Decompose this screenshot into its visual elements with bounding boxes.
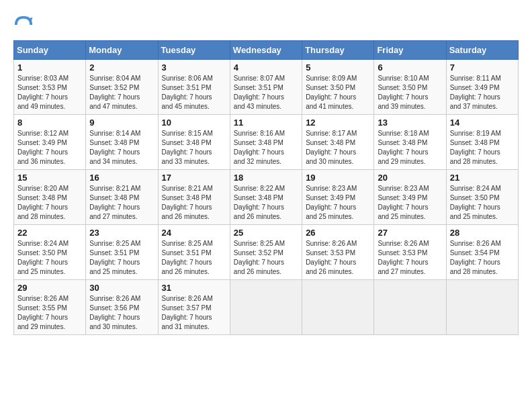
day-number: 13 bbox=[378, 118, 442, 128]
day-number: 27 bbox=[378, 228, 442, 238]
day-number: 14 bbox=[450, 118, 515, 128]
day-info: Sunrise: 8:04 AM Sunset: 3:52 PM Dayligh… bbox=[89, 74, 154, 111]
day-number: 8 bbox=[17, 118, 82, 128]
calendar-cell: 6Sunrise: 8:10 AM Sunset: 3:50 PM Daylig… bbox=[374, 60, 446, 115]
day-info: Sunrise: 8:21 AM Sunset: 3:48 PM Dayligh… bbox=[89, 184, 154, 222]
day-number: 5 bbox=[306, 62, 370, 73]
day-info: Sunrise: 8:26 AM Sunset: 3:54 PM Dayligh… bbox=[450, 239, 515, 277]
calendar-cell: 3Sunrise: 8:06 AM Sunset: 3:51 PM Daylig… bbox=[158, 60, 230, 115]
day-info: Sunrise: 8:23 AM Sunset: 3:49 PM Dayligh… bbox=[306, 184, 370, 222]
day-info: Sunrise: 8:09 AM Sunset: 3:50 PM Dayligh… bbox=[306, 74, 370, 111]
calendar-cell: 8Sunrise: 8:12 AM Sunset: 3:49 PM Daylig… bbox=[14, 115, 86, 170]
day-number: 20 bbox=[378, 173, 442, 183]
day-info: Sunrise: 8:24 AM Sunset: 3:50 PM Dayligh… bbox=[17, 239, 82, 277]
calendar-cell: 15Sunrise: 8:20 AM Sunset: 3:48 PM Dayli… bbox=[14, 170, 86, 225]
header-row: SundayMondayTuesdayWednesdayThursdayFrid… bbox=[14, 41, 519, 60]
day-info: Sunrise: 8:26 AM Sunset: 3:56 PM Dayligh… bbox=[89, 294, 154, 332]
day-number: 23 bbox=[89, 228, 154, 238]
day-info: Sunrise: 8:26 AM Sunset: 3:57 PM Dayligh… bbox=[162, 294, 226, 332]
day-info: Sunrise: 8:26 AM Sunset: 3:55 PM Dayligh… bbox=[17, 294, 82, 332]
day-info: Sunrise: 8:21 AM Sunset: 3:48 PM Dayligh… bbox=[162, 184, 226, 222]
calendar-week-4: 22Sunrise: 8:24 AM Sunset: 3:50 PM Dayli… bbox=[14, 225, 519, 280]
day-number: 22 bbox=[17, 228, 82, 238]
day-number: 2 bbox=[89, 62, 154, 73]
day-info: Sunrise: 8:25 AM Sunset: 3:51 PM Dayligh… bbox=[89, 239, 154, 277]
day-info: Sunrise: 8:26 AM Sunset: 3:53 PM Dayligh… bbox=[306, 239, 370, 277]
calendar-cell: 30Sunrise: 8:26 AM Sunset: 3:56 PM Dayli… bbox=[86, 280, 158, 335]
calendar-body: 1Sunrise: 8:03 AM Sunset: 3:53 PM Daylig… bbox=[14, 60, 519, 335]
calendar-cell: 17Sunrise: 8:21 AM Sunset: 3:48 PM Dayli… bbox=[158, 170, 230, 225]
calendar-cell bbox=[374, 280, 446, 335]
calendar-cell bbox=[302, 280, 374, 335]
day-number: 21 bbox=[450, 173, 515, 183]
calendar-cell: 20Sunrise: 8:23 AM Sunset: 3:49 PM Dayli… bbox=[374, 170, 446, 225]
day-info: Sunrise: 8:10 AM Sunset: 3:50 PM Dayligh… bbox=[378, 74, 442, 111]
calendar-cell: 27Sunrise: 8:26 AM Sunset: 3:53 PM Dayli… bbox=[374, 225, 446, 280]
column-header-saturday: Saturday bbox=[446, 41, 518, 60]
calendar-cell: 28Sunrise: 8:26 AM Sunset: 3:54 PM Dayli… bbox=[446, 225, 518, 280]
day-number: 16 bbox=[89, 173, 154, 183]
calendar-cell: 1Sunrise: 8:03 AM Sunset: 3:53 PM Daylig… bbox=[14, 60, 86, 115]
calendar-cell: 19Sunrise: 8:23 AM Sunset: 3:49 PM Dayli… bbox=[302, 170, 374, 225]
calendar: SundayMondayTuesdayWednesdayThursdayFrid… bbox=[13, 40, 519, 335]
day-info: Sunrise: 8:24 AM Sunset: 3:50 PM Dayligh… bbox=[450, 184, 515, 222]
calendar-cell: 10Sunrise: 8:15 AM Sunset: 3:48 PM Dayli… bbox=[158, 115, 230, 170]
day-number: 24 bbox=[162, 228, 226, 238]
day-info: Sunrise: 8:18 AM Sunset: 3:48 PM Dayligh… bbox=[378, 129, 442, 167]
day-number: 25 bbox=[234, 228, 298, 238]
day-number: 28 bbox=[450, 228, 515, 238]
day-info: Sunrise: 8:11 AM Sunset: 3:49 PM Dayligh… bbox=[450, 74, 515, 111]
calendar-week-1: 1Sunrise: 8:03 AM Sunset: 3:53 PM Daylig… bbox=[14, 60, 519, 115]
calendar-cell: 13Sunrise: 8:18 AM Sunset: 3:48 PM Dayli… bbox=[374, 115, 446, 170]
column-header-thursday: Thursday bbox=[302, 41, 374, 60]
calendar-week-2: 8Sunrise: 8:12 AM Sunset: 3:49 PM Daylig… bbox=[14, 115, 519, 170]
day-info: Sunrise: 8:19 AM Sunset: 3:48 PM Dayligh… bbox=[450, 129, 515, 167]
day-number: 19 bbox=[306, 173, 370, 183]
calendar-cell: 7Sunrise: 8:11 AM Sunset: 3:49 PM Daylig… bbox=[446, 60, 518, 115]
day-number: 10 bbox=[162, 118, 226, 128]
day-number: 17 bbox=[162, 173, 226, 183]
day-info: Sunrise: 8:12 AM Sunset: 3:49 PM Dayligh… bbox=[17, 129, 82, 167]
calendar-week-3: 15Sunrise: 8:20 AM Sunset: 3:48 PM Dayli… bbox=[14, 170, 519, 225]
day-number: 3 bbox=[162, 62, 226, 73]
day-number: 9 bbox=[89, 118, 154, 128]
calendar-week-5: 29Sunrise: 8:26 AM Sunset: 3:55 PM Dayli… bbox=[14, 280, 519, 335]
calendar-cell: 11Sunrise: 8:16 AM Sunset: 3:48 PM Dayli… bbox=[230, 115, 302, 170]
day-info: Sunrise: 8:14 AM Sunset: 3:48 PM Dayligh… bbox=[89, 129, 154, 167]
day-number: 4 bbox=[234, 62, 298, 73]
calendar-cell: 9Sunrise: 8:14 AM Sunset: 3:48 PM Daylig… bbox=[86, 115, 158, 170]
calendar-cell: 29Sunrise: 8:26 AM Sunset: 3:55 PM Dayli… bbox=[14, 280, 86, 335]
column-header-wednesday: Wednesday bbox=[230, 41, 302, 60]
day-number: 11 bbox=[234, 118, 298, 128]
calendar-cell: 4Sunrise: 8:07 AM Sunset: 3:51 PM Daylig… bbox=[230, 60, 302, 115]
calendar-cell: 12Sunrise: 8:17 AM Sunset: 3:48 PM Dayli… bbox=[302, 115, 374, 170]
day-info: Sunrise: 8:20 AM Sunset: 3:48 PM Dayligh… bbox=[17, 184, 82, 222]
day-number: 30 bbox=[89, 283, 154, 293]
calendar-cell: 16Sunrise: 8:21 AM Sunset: 3:48 PM Dayli… bbox=[86, 170, 158, 225]
day-info: Sunrise: 8:16 AM Sunset: 3:48 PM Dayligh… bbox=[234, 129, 298, 167]
column-header-sunday: Sunday bbox=[14, 41, 86, 60]
calendar-cell bbox=[230, 280, 302, 335]
day-info: Sunrise: 8:26 AM Sunset: 3:53 PM Dayligh… bbox=[378, 239, 442, 277]
calendar-header: SundayMondayTuesdayWednesdayThursdayFrid… bbox=[14, 41, 519, 60]
column-header-tuesday: Tuesday bbox=[158, 41, 230, 60]
calendar-cell: 2Sunrise: 8:04 AM Sunset: 3:52 PM Daylig… bbox=[86, 60, 158, 115]
day-number: 15 bbox=[17, 173, 82, 183]
day-info: Sunrise: 8:22 AM Sunset: 3:48 PM Dayligh… bbox=[234, 184, 298, 222]
day-number: 1 bbox=[17, 62, 82, 73]
calendar-cell: 24Sunrise: 8:25 AM Sunset: 3:51 PM Dayli… bbox=[158, 225, 230, 280]
day-number: 18 bbox=[234, 173, 298, 183]
day-number: 6 bbox=[378, 62, 442, 73]
day-info: Sunrise: 8:06 AM Sunset: 3:51 PM Dayligh… bbox=[162, 74, 226, 111]
day-number: 29 bbox=[17, 283, 82, 293]
day-number: 7 bbox=[450, 62, 515, 73]
column-header-friday: Friday bbox=[374, 41, 446, 60]
calendar-cell: 14Sunrise: 8:19 AM Sunset: 3:48 PM Dayli… bbox=[446, 115, 518, 170]
day-info: Sunrise: 8:03 AM Sunset: 3:53 PM Dayligh… bbox=[17, 74, 82, 111]
day-info: Sunrise: 8:25 AM Sunset: 3:52 PM Dayligh… bbox=[234, 239, 298, 277]
column-header-monday: Monday bbox=[86, 41, 158, 60]
calendar-cell: 25Sunrise: 8:25 AM Sunset: 3:52 PM Dayli… bbox=[230, 225, 302, 280]
calendar-cell bbox=[446, 280, 518, 335]
logo-icon bbox=[13, 15, 34, 35]
day-info: Sunrise: 8:07 AM Sunset: 3:51 PM Dayligh… bbox=[234, 74, 298, 111]
